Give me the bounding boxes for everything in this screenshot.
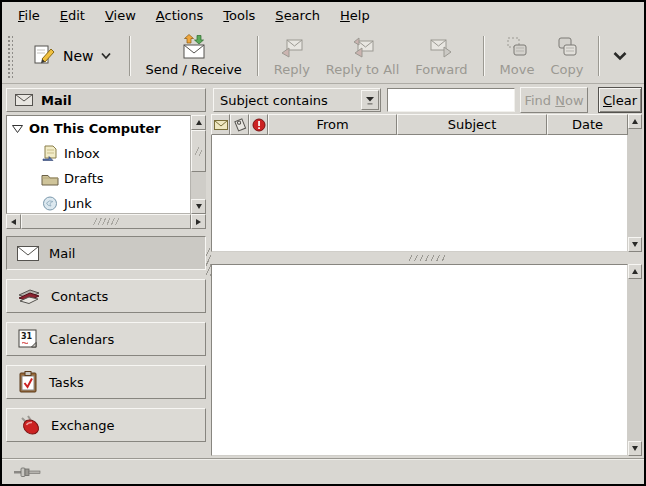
reply-to-all-button[interactable]: Reply to All (318, 32, 407, 79)
reply-button[interactable]: Reply (266, 32, 318, 79)
move-label: Move (500, 62, 535, 77)
send-receive-label: Send / Receive (146, 62, 242, 77)
preview-pane-scrollbar[interactable] (628, 264, 642, 456)
menu-help-label: Help (340, 8, 370, 23)
switcher-calendars-button[interactable]: 31 Calendars (6, 322, 206, 356)
move-icon (504, 34, 530, 60)
column-message-status[interactable] (211, 114, 230, 135)
tasks-icon (17, 370, 39, 394)
menu-file-label: File (18, 8, 40, 23)
folder-tree-view: On This Computer Inbox Drafts (6, 115, 191, 214)
scroll-right-button[interactable] (191, 214, 206, 229)
forward-label: Forward (415, 62, 467, 77)
switcher-exchange-label: Exchange (51, 418, 115, 433)
scroll-left-button[interactable] (6, 214, 21, 229)
scroll-up-button[interactable] (628, 264, 642, 279)
preview-pane-splitter[interactable] (211, 252, 642, 264)
reply-icon (279, 34, 305, 60)
message-status-icon (214, 120, 228, 130)
importance-icon (252, 118, 266, 132)
mail-icon (17, 246, 39, 261)
reply-to-all-icon (350, 34, 376, 60)
menu-file[interactable]: File (8, 5, 50, 26)
toolbar-grip[interactable] (6, 34, 13, 78)
message-list-scrollbar[interactable] (628, 114, 642, 252)
toolbar-overflow-button[interactable] (608, 42, 632, 69)
column-importance[interactable] (249, 114, 268, 135)
clear-label: C (603, 93, 612, 108)
new-button-label: New (63, 48, 94, 64)
toolbar-separator (598, 36, 600, 76)
switcher-exchange-button[interactable]: Exchange (6, 408, 206, 442)
column-from[interactable]: From (268, 114, 397, 135)
tree-root-on-this-computer[interactable]: On This Computer (7, 116, 190, 141)
expander-icon[interactable] (11, 124, 24, 134)
new-dropdown-arrow-icon (100, 52, 112, 60)
evolution-window: File Edit View Actions Tools Search Help… (0, 0, 646, 486)
search-input[interactable] (387, 88, 515, 112)
preview-pane-splitter-handle[interactable] (407, 255, 447, 261)
search-scope-dropdown[interactable]: Subject contains (213, 88, 381, 112)
menu-search[interactable]: Search (265, 5, 330, 26)
switcher-mail-label: Mail (49, 246, 75, 261)
message-list-body (211, 135, 628, 252)
folder-pane-header-label: Mail (41, 93, 72, 108)
forward-button[interactable]: Forward (407, 32, 475, 79)
column-subject[interactable]: Subject (397, 114, 547, 135)
switcher-contacts-button[interactable]: Contacts (6, 279, 206, 313)
menu-tools[interactable]: Tools (213, 5, 265, 26)
copy-button[interactable]: Copy (542, 32, 591, 79)
chevron-down-icon (612, 51, 628, 61)
tree-root-label: On This Computer (29, 121, 161, 136)
folder-tree-horizontal-scrollbar[interactable] (6, 214, 206, 229)
tree-item-inbox-label: Inbox (64, 146, 100, 161)
scroll-down-button[interactable] (628, 237, 642, 252)
scrollbar-thumb[interactable] (21, 214, 191, 229)
menu-view[interactable]: View (95, 5, 146, 26)
tree-item-inbox[interactable]: Inbox (7, 141, 190, 166)
svg-text:31: 31 (21, 332, 33, 341)
toolbar-separator (257, 36, 259, 76)
clear-button[interactable]: Clear (598, 87, 642, 113)
menu-help[interactable]: Help (330, 5, 380, 26)
scrollbar-thumb[interactable] (191, 130, 206, 172)
scrollbar-track[interactable] (628, 279, 642, 441)
scroll-up-button[interactable] (191, 115, 206, 130)
scroll-down-button[interactable] (628, 441, 642, 456)
search-scope-value: Subject contains (214, 93, 361, 108)
scrollbar-track[interactable] (628, 129, 642, 237)
switcher-tasks-button[interactable]: Tasks (6, 365, 206, 399)
window-content: File Edit View Actions Tools Search Help… (2, 2, 644, 484)
tree-item-drafts[interactable]: Drafts (7, 166, 190, 191)
switcher-mail-button[interactable]: Mail (6, 236, 206, 270)
switcher-calendars-label: Calendars (49, 332, 114, 347)
find-now-button[interactable]: Find Now (520, 87, 588, 113)
menu-actions-label: Actions (156, 8, 204, 23)
folder-icon (41, 172, 59, 186)
menu-edit[interactable]: Edit (50, 5, 95, 26)
new-button[interactable]: New (21, 39, 122, 73)
message-list-header: From Subject Date (211, 114, 628, 135)
attachment-icon (233, 118, 247, 132)
scrollbar-track[interactable] (191, 172, 206, 199)
reply-label: Reply (274, 62, 310, 77)
reply-to-all-label: Reply to All (326, 62, 399, 77)
exchange-icon (17, 413, 41, 437)
menu-actions[interactable]: Actions (146, 5, 214, 26)
tree-item-junk[interactable]: Junk (7, 191, 190, 214)
folder-tree: On This Computer Inbox Drafts (6, 115, 206, 229)
switcher-contacts-label: Contacts (51, 289, 108, 304)
folder-tree-vertical-scrollbar[interactable] (191, 115, 206, 214)
online-status-icon[interactable] (14, 466, 44, 478)
scroll-down-button[interactable] (191, 199, 206, 214)
preview-pane (211, 264, 628, 456)
calendar-icon: 31 (17, 328, 39, 350)
column-attachment[interactable] (230, 114, 249, 135)
dropdown-arrow-icon (361, 90, 379, 110)
move-button[interactable]: Move (492, 32, 543, 79)
send-receive-button[interactable]: Send / Receive (138, 32, 250, 79)
menu-tools-label: Tools (223, 8, 255, 23)
toolbar: New Send / Receive (2, 28, 644, 84)
scroll-up-button[interactable] (628, 114, 642, 129)
column-date[interactable]: Date (547, 114, 628, 135)
